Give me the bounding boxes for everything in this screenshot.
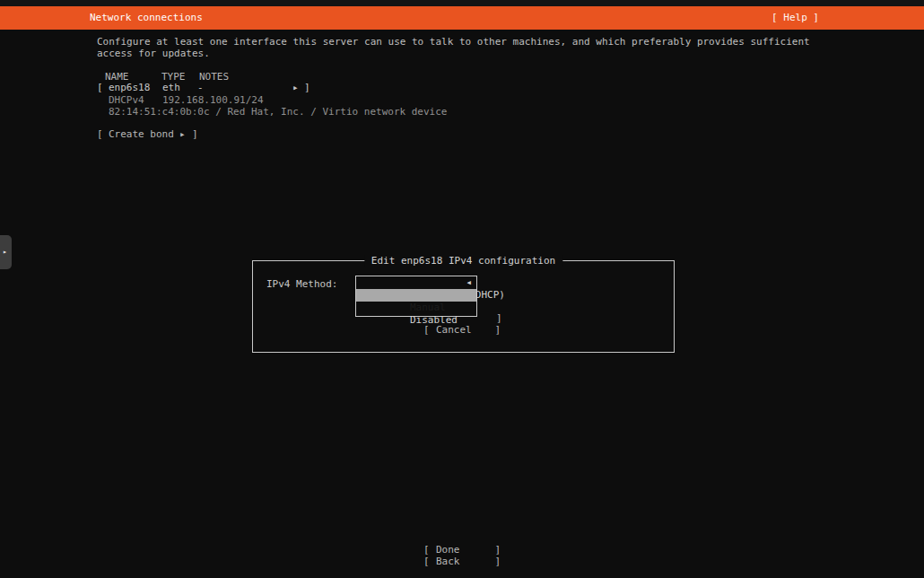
bond-bracket-open: [ <box>97 128 103 140</box>
back-bracket-open: [ <box>423 556 430 567</box>
dropdown-option-manual[interactable]: Manual <box>356 289 476 302</box>
ipv4-method-dropdown[interactable]: Automatic (DHCP) ◂ Manual Disabled <box>355 276 477 317</box>
help-button[interactable]: [ Help ] <box>771 12 819 23</box>
back-button[interactable]: [ Back ] <box>423 556 501 567</box>
chevron-right-icon: ▸ <box>3 247 7 258</box>
done-bracket-open: [ <box>423 544 430 556</box>
done-bracket-close: ] <box>494 544 501 556</box>
cancel-bracket-close: ] <box>494 324 501 336</box>
interface-row-enp6s18[interactable]: [ enp6s18 eth - ▸ ] <box>97 82 312 93</box>
intro-line-1: Configure at least one interface this se… <box>97 36 810 48</box>
bond-bracket-close: ] <box>192 128 198 140</box>
save-button-fragment[interactable]: ] <box>496 312 502 324</box>
back-label: Back <box>436 556 460 567</box>
title-bar: Network connections [ Help ] <box>0 6 924 30</box>
dropdown-option-automatic-dhcp[interactable]: Automatic (DHCP) ◂ <box>356 276 476 289</box>
dhcp-label: DHCPv4 <box>109 94 144 106</box>
dropdown-option-disabled[interactable]: Disabled <box>356 302 476 314</box>
cancel-label: Cancel <box>436 324 472 336</box>
chevron-right-icon: ▸ <box>292 82 299 93</box>
done-button[interactable]: [ Done ] <box>423 544 501 556</box>
triangle-left-icon: ◂ <box>466 276 472 289</box>
ipv4-method-label: IPv4 Method: <box>266 278 337 290</box>
page-title: Network connections <box>90 12 203 23</box>
done-label: Done <box>436 544 460 556</box>
back-bracket-close: ] <box>494 556 501 567</box>
interface-name: enp6s18 <box>109 82 150 93</box>
row-bracket-open: [ <box>97 82 103 93</box>
hardware-info: 82:14:51:c4:0b:0c / Red Hat, Inc. / Virt… <box>109 106 448 118</box>
create-bond-label: Create bond <box>109 128 174 140</box>
installer-screen: Network connections [ Help ] Configure a… <box>0 0 924 578</box>
interface-type: eth <box>162 82 180 93</box>
intro-line-2: access for updates. <box>97 48 210 59</box>
create-bond-button[interactable]: [ Create bond ▸ ] <box>97 128 196 140</box>
row-bracket-close: ] <box>304 82 310 93</box>
chevron-right-icon: ▸ <box>179 128 186 140</box>
dhcp-address: 192.168.100.91/24 <box>162 94 264 106</box>
top-strip <box>0 0 924 6</box>
dialog-title: Edit enp6s18 IPv4 configuration <box>364 255 562 267</box>
side-drawer-handle[interactable]: ▸ <box>0 235 12 269</box>
interface-notes: - <box>197 82 204 93</box>
cancel-bracket-open: [ <box>423 324 430 336</box>
cancel-button[interactable]: [ Cancel ] <box>423 324 501 336</box>
edit-ipv4-dialog: Edit enp6s18 IPv4 configuration IPv4 Met… <box>252 260 675 353</box>
